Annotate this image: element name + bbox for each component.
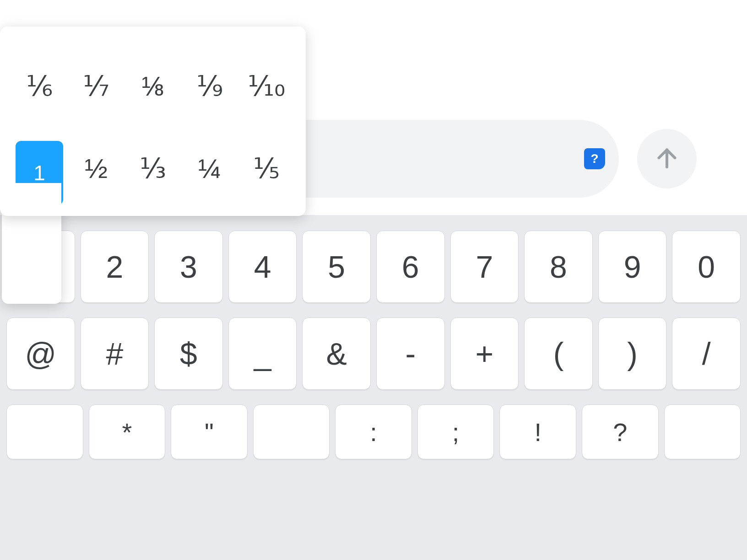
send-button[interactable]: [637, 129, 697, 188]
keyboard-row-3: * " : ; ! ?: [0, 404, 747, 459]
on-screen-keyboard: 2 3 4 5 6 7 8 9 0 @ # $ _ & - + ( ) / * …: [0, 215, 747, 560]
arrow-up-icon: [653, 144, 681, 173]
key-3[interactable]: 3: [154, 231, 223, 303]
key-6[interactable]: 6: [376, 231, 445, 303]
key-5[interactable]: 5: [302, 231, 371, 303]
key-backspace[interactable]: [664, 404, 741, 459]
popup-option-one-fifth[interactable]: ⅕: [238, 141, 295, 196]
key-8[interactable]: 8: [524, 231, 593, 303]
key-4[interactable]: 4: [228, 231, 297, 303]
key-paren-open[interactable]: (: [524, 318, 593, 390]
popup-option-one-third[interactable]: ⅓: [124, 141, 181, 196]
key-exclaim[interactable]: !: [499, 404, 576, 459]
key-minus[interactable]: -: [376, 318, 445, 390]
key-ampersand[interactable]: &: [302, 318, 371, 390]
keyboard-row-2: @ # $ _ & - + ( ) /: [0, 318, 747, 390]
popup-option-one-quarter[interactable]: ¼: [181, 141, 238, 196]
key-symbols-toggle[interactable]: [6, 404, 83, 459]
help-icon-label: ?: [590, 151, 598, 166]
popup-option-one-ninth[interactable]: ⅑: [181, 59, 238, 113]
key-at[interactable]: @: [6, 318, 75, 390]
key-asterisk[interactable]: *: [89, 404, 166, 459]
key-semicolon[interactable]: ;: [417, 404, 494, 459]
key-double-quote[interactable]: ": [171, 404, 248, 459]
popup-option-one-half[interactable]: ½: [68, 141, 124, 196]
key-slash[interactable]: /: [672, 318, 741, 390]
popup-option-one-sixth[interactable]: ⅙: [11, 59, 68, 113]
popup-option-one-eighth[interactable]: ⅛: [124, 59, 181, 113]
key-9[interactable]: 9: [598, 231, 667, 303]
keyboard-row-1: 2 3 4 5 6 7 8 9 0: [0, 231, 747, 303]
popup-stem-cover: [2, 183, 61, 210]
help-icon[interactable]: ?: [584, 148, 605, 169]
key-question[interactable]: ?: [582, 404, 659, 459]
key-7[interactable]: 7: [450, 231, 519, 303]
key-0[interactable]: 0: [672, 231, 741, 303]
popup-row-top: ⅙ ⅐ ⅛ ⅑ ⅒: [11, 59, 295, 113]
key-underscore[interactable]: _: [228, 318, 297, 390]
key-dollar[interactable]: $: [154, 318, 223, 390]
key-single-quote[interactable]: [253, 404, 330, 459]
key-paren-close[interactable]: ): [598, 318, 667, 390]
key-hash[interactable]: #: [81, 318, 149, 390]
popup-option-one-tenth[interactable]: ⅒: [238, 59, 295, 113]
key-plus[interactable]: +: [450, 318, 519, 390]
popup-option-one-seventh[interactable]: ⅐: [68, 59, 124, 113]
key-colon[interactable]: :: [335, 404, 412, 459]
key-2[interactable]: 2: [81, 231, 149, 303]
